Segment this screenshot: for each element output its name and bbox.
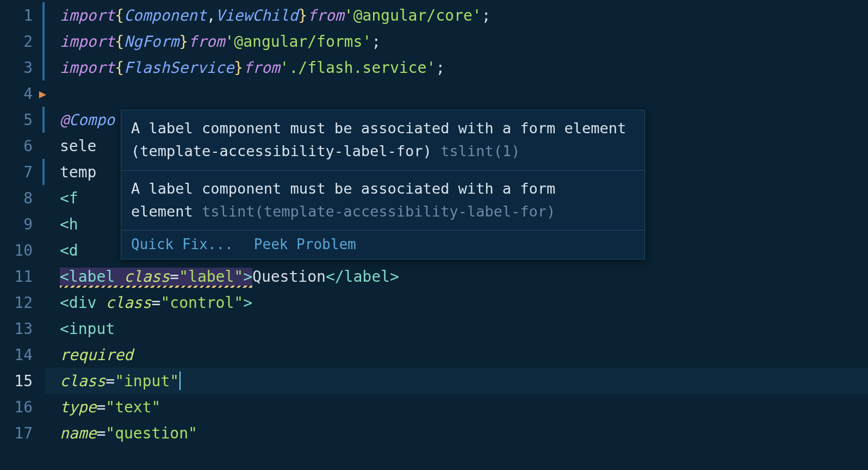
hover-text: element xyxy=(131,203,202,220)
hover-message: A label component must be associated wit… xyxy=(121,110,644,171)
line-number-gutter: 1 2 3 4▶ 5 6 7 8 9 10 11 12 13 14 15 16 … xyxy=(0,0,45,470)
code-line[interactable]: <div class="control"> xyxy=(45,289,868,316)
quick-fix-link[interactable]: Quick Fix... xyxy=(131,236,233,252)
line-number: 14 xyxy=(0,342,45,368)
line-number: 6 xyxy=(0,133,45,159)
line-number: 11 xyxy=(0,263,45,289)
line-number: 13 xyxy=(0,316,45,342)
line-number: 8 xyxy=(0,185,45,211)
line-number-current: 15 xyxy=(0,368,45,394)
line-number: 4▶ xyxy=(0,81,45,107)
code-line[interactable]: <input xyxy=(45,316,868,342)
code-line[interactable]: import { Component, ViewChild } from '@a… xyxy=(45,2,868,28)
code-line-active[interactable]: class="input" xyxy=(45,368,868,394)
code-line[interactable]: import { NgForm } from '@angular/forms'; xyxy=(45,28,868,54)
text-cursor xyxy=(179,372,181,390)
hover-text: (template-accessibility-label-for) xyxy=(131,143,441,159)
hover-source: tslint(template-accessibility-label-for) xyxy=(202,203,555,220)
hover-text: A label component must be associated wit… xyxy=(131,120,626,137)
code-line[interactable]: required xyxy=(45,342,868,368)
code-line[interactable]: <label class="label">Question</label> xyxy=(45,263,868,289)
line-number: 2 xyxy=(0,28,45,54)
code-line[interactable]: import { FlashService } from './flash.se… xyxy=(45,54,868,81)
hover-source: tslint(1) xyxy=(441,143,520,159)
code-line[interactable]: type="text" xyxy=(45,394,868,420)
line-number: 3 xyxy=(0,54,45,81)
line-number: 10 xyxy=(0,237,45,263)
peek-problem-link[interactable]: Peek Problem xyxy=(254,236,356,252)
line-number: 12 xyxy=(0,289,45,316)
code-line[interactable] xyxy=(45,81,868,107)
code-editor: 1 2 3 4▶ 5 6 7 8 9 10 11 12 13 14 15 16 … xyxy=(0,0,868,470)
line-number: 7 xyxy=(0,159,45,185)
warning-squiggle[interactable]: <label class="label"> xyxy=(60,268,252,286)
hover-message: A label component must be associated wit… xyxy=(121,171,644,231)
line-number: 9 xyxy=(0,211,45,237)
line-number: 17 xyxy=(0,420,45,446)
code-line[interactable]: name="question" xyxy=(45,420,868,446)
problem-hover-tooltip: A label component must be associated wit… xyxy=(121,110,645,259)
hover-text: A label component must be associated wit… xyxy=(131,180,555,197)
hover-actions: Quick Fix... Peek Problem xyxy=(121,231,644,259)
line-number: 1 xyxy=(0,2,45,28)
line-number: 5 xyxy=(0,107,45,133)
line-number: 16 xyxy=(0,394,45,420)
